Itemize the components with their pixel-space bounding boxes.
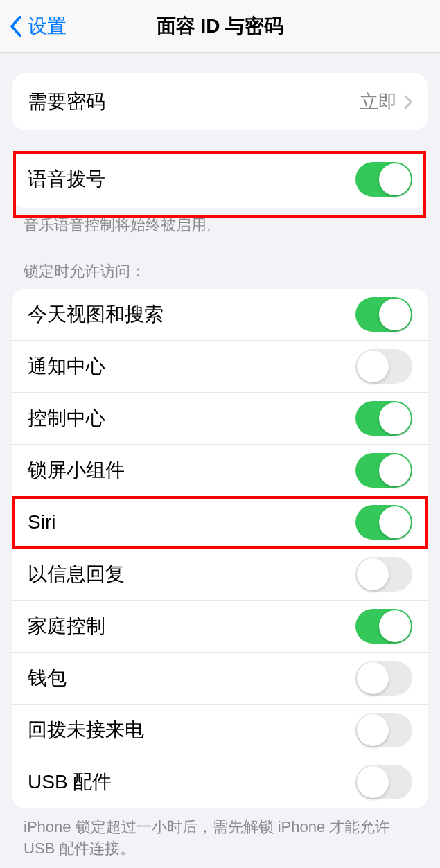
usb-footer: iPhone 锁定超过一小时后，需先解锁 iPhone 才能允许 USB 配件连… (0, 808, 440, 860)
toggle-knob (357, 351, 389, 382)
lock-item-row: 锁屏小组件 (12, 445, 428, 497)
lock-item-toggle[interactable] (355, 713, 412, 747)
lock-item-label: 以信息回复 (28, 561, 355, 587)
allow-access-header: 锁定时允许访问： (0, 236, 440, 289)
toggle-knob (379, 163, 411, 195)
toggle-knob (357, 558, 389, 590)
voice-dial-group: 语音拨号 (12, 151, 428, 208)
lock-item-label: 今天视图和搜索 (28, 301, 355, 328)
lock-item-toggle[interactable] (355, 661, 412, 696)
lock-item-row: 以信息回复 (12, 549, 428, 601)
toggle-knob (357, 662, 389, 694)
toggle-knob (379, 610, 411, 642)
lock-item-toggle[interactable] (355, 505, 412, 540)
toggle-knob (379, 299, 411, 330)
lock-item-label: Siri (28, 511, 355, 533)
require-passcode-group: 需要密码 立即 (12, 73, 428, 130)
lock-item-toggle[interactable] (355, 349, 412, 384)
lock-item-label: 控制中心 (28, 405, 355, 432)
lock-item-row: Siri (12, 497, 428, 549)
require-passcode-label: 需要密码 (28, 89, 360, 115)
lock-item-toggle[interactable] (355, 401, 412, 436)
allow-access-group: 今天视图和搜索通知中心控制中心锁屏小组件Siri以信息回复家庭控制钱包回拨未接来… (12, 289, 428, 808)
lock-item-label: 锁屏小组件 (28, 457, 355, 484)
toggle-knob (379, 402, 411, 434)
page-title: 面容 ID 与密码 (157, 13, 284, 39)
lock-item-label: 家庭控制 (28, 613, 355, 639)
lock-item-row: 家庭控制 (12, 601, 428, 653)
lock-item-label: 通知中心 (28, 353, 355, 380)
lock-item-row: 通知中心 (12, 341, 428, 393)
voice-dial-footer: 音乐语音控制将始终被启用。 (0, 208, 440, 236)
lock-item-row: 钱包 (12, 653, 428, 705)
require-passcode-value: 立即 (360, 89, 397, 114)
chevron-right-icon (404, 95, 412, 109)
require-passcode-row[interactable]: 需要密码 立即 (12, 73, 428, 130)
toggle-knob (379, 506, 411, 538)
lock-item-toggle[interactable] (355, 557, 412, 592)
voice-dial-toggle[interactable] (355, 162, 412, 197)
navbar: 设置 面容 ID 与密码 (0, 0, 440, 53)
back-label: 设置 (28, 13, 67, 39)
chevron-left-icon (10, 16, 22, 37)
lock-item-toggle[interactable] (355, 297, 412, 332)
lock-item-label: USB 配件 (28, 769, 355, 795)
toggle-knob (357, 714, 389, 746)
lock-item-label: 回拨未接来电 (28, 717, 355, 743)
lock-item-row: 控制中心 (12, 393, 428, 445)
lock-item-row: USB 配件 (12, 756, 428, 808)
lock-item-label: 钱包 (28, 665, 355, 691)
lock-item-row: 回拨未接来电 (12, 705, 428, 756)
voice-dial-highlight-wrapper: 语音拨号 (0, 151, 440, 208)
toggle-knob (357, 766, 389, 798)
voice-dial-label: 语音拨号 (28, 166, 355, 193)
voice-dial-row: 语音拨号 (12, 151, 428, 208)
lock-item-toggle[interactable] (355, 609, 412, 644)
lock-item-row: 今天视图和搜索 (12, 289, 428, 341)
back-button[interactable]: 设置 (0, 13, 67, 39)
lock-item-toggle[interactable] (355, 453, 412, 488)
lock-item-toggle[interactable] (355, 765, 412, 799)
toggle-knob (379, 454, 411, 486)
